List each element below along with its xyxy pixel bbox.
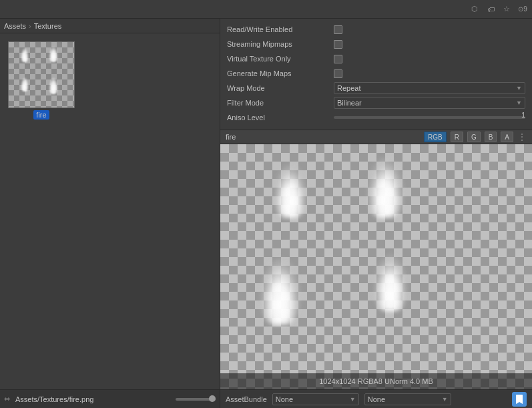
checkbox-virtual-texture[interactable] <box>334 55 342 63</box>
size-slider[interactable] <box>176 398 216 401</box>
left-panel: Assets › Textures fire ⇔ Assets/Textures… <box>0 19 220 408</box>
flame-container <box>220 144 532 389</box>
channel-g-btn[interactable]: G <box>467 132 481 142</box>
filter-dropdown-arrow: ▼ <box>516 99 522 106</box>
asset-label: fire <box>33 110 49 120</box>
checkbox-streaming[interactable] <box>334 40 342 49</box>
right-panel: Read/Write Enabled Streaming Mipmaps Vir… <box>220 19 532 408</box>
breadcrumb: Assets › Textures <box>0 19 220 33</box>
asset-bundle-variant-dropdown[interactable]: None ▼ <box>364 393 451 405</box>
prop-virtual-texture: Virtual Texture Only <box>227 52 525 65</box>
wrap-mode-dropdown[interactable]: Repeat ▼ <box>334 82 525 94</box>
asset-item-fire[interactable]: fire <box>5 39 77 122</box>
main-layout: Assets › Textures fire ⇔ Assets/Textures… <box>0 19 532 408</box>
resize-icon: ⇔ <box>4 395 10 403</box>
prop-label-wrap-mode: Wrap Mode <box>227 84 334 92</box>
mini-flame-4 <box>49 77 58 94</box>
prop-streaming-mipmaps: Streaming Mipmaps <box>227 37 525 51</box>
prop-label-streaming: Streaming Mipmaps <box>227 40 334 48</box>
bundle-value: None <box>276 395 293 403</box>
asset-bundle-bar: AssetBundle None ▼ None ▼ <box>220 389 532 408</box>
breadcrumb-separator: › <box>29 22 31 30</box>
channel-a-btn[interactable]: A <box>501 132 513 142</box>
prop-label-read-write: Read/Write Enabled <box>227 25 334 33</box>
flame-bottom-left <box>260 258 300 325</box>
prop-label-generate-mip: Generate Mip Maps <box>227 69 334 77</box>
breadcrumb-root[interactable]: Assets <box>4 22 26 30</box>
prop-aniso: Aniso Level 1 <box>227 111 525 124</box>
filter-mode-value: Bilinear <box>337 99 362 107</box>
texture-preview-area: 1024x1024 RGBA8 UNorm 4.0 MB <box>220 144 532 389</box>
top-bar: ⬡ 🏷 ☆ ⊙9 <box>0 0 532 19</box>
prop-read-write: Read/Write Enabled <box>227 23 525 36</box>
bundle-dropdown-arrow: ▼ <box>350 396 356 403</box>
flame-top-right <box>367 158 404 218</box>
tag-icon[interactable]: 🏷 <box>484 3 497 16</box>
star-icon[interactable]: ☆ <box>500 3 513 16</box>
prop-filter-mode: Filter Mode Bilinear ▼ <box>227 96 525 110</box>
texture-info-text: 1024x1024 RGBA8 UNorm 4.0 MB <box>319 377 433 385</box>
mini-flame-2 <box>49 46 58 62</box>
aniso-slider[interactable]: 1 <box>334 116 525 119</box>
checkbox-read-write[interactable] <box>334 25 342 34</box>
channel-more-btn[interactable]: ⋮ <box>517 132 527 142</box>
wrap-dropdown-arrow: ▼ <box>516 85 522 91</box>
prop-label-virtual-texture: Virtual Texture Only <box>227 55 334 63</box>
breadcrumb-current[interactable]: Textures <box>34 22 62 30</box>
channel-r-btn[interactable]: R <box>451 132 463 142</box>
wrap-mode-value: Repeat <box>337 84 360 92</box>
variant-dropdown-arrow: ▼ <box>442 396 448 403</box>
mini-flame-1 <box>21 47 29 62</box>
top-bar-icons: ⬡ 🏷 ☆ ⊙9 <box>468 3 529 16</box>
checkbox-generate-mip[interactable] <box>334 69 342 78</box>
cursor-icon[interactable]: ⬡ <box>468 3 481 16</box>
preview-name: fire <box>226 133 420 141</box>
prop-generate-mip: Generate Mip Maps <box>227 67 525 80</box>
texture-preview-header: fire RGB R G B A ⋮ <box>220 130 532 144</box>
mini-flame-3 <box>21 77 29 91</box>
inspector-props: Read/Write Enabled Streaming Mipmaps Vir… <box>220 19 532 130</box>
flame-bottom-right <box>374 254 407 311</box>
asset-bundle-dropdown[interactable]: None ▼ <box>272 393 359 405</box>
asset-path: Assets/Textures/fire.png <box>15 395 170 403</box>
layers-icon[interactable]: ⊙9 <box>516 3 529 16</box>
layers-count: 9 <box>523 5 527 13</box>
texture-info-bar: 1024x1024 RGBA8 UNorm 4.0 MB <box>220 373 532 389</box>
prop-label-filter-mode: Filter Mode <box>227 99 334 107</box>
bottom-bar: ⇔ Assets/Textures/fire.png <box>0 389 220 408</box>
filter-mode-dropdown[interactable]: Bilinear ▼ <box>334 97 525 109</box>
channel-b-btn[interactable]: B <box>485 132 497 142</box>
flame-top-left <box>274 164 307 218</box>
prop-wrap-mode: Wrap Mode Repeat ▼ <box>227 81 525 95</box>
slider-thumb <box>209 395 216 402</box>
prop-label-aniso: Aniso Level <box>227 114 334 122</box>
channel-rgb-btn[interactable]: RGB <box>424 132 447 142</box>
asset-thumbnail <box>8 41 75 108</box>
aniso-value: 1 <box>521 111 525 119</box>
asset-bundle-label: AssetBundle <box>226 395 267 403</box>
bookmark-icon[interactable] <box>512 392 527 407</box>
bundle-variant-value: None <box>368 395 385 403</box>
assets-grid: fire <box>0 33 220 389</box>
